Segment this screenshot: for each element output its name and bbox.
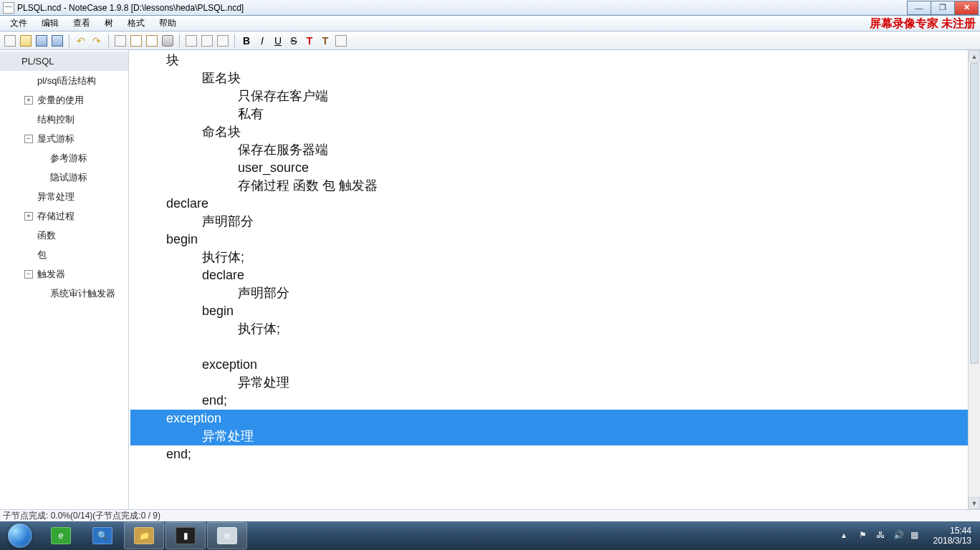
tree-item[interactable]: +存储过程 xyxy=(0,206,128,226)
tree-item-label: 触发器 xyxy=(37,268,65,281)
menu-3[interactable]: 树 xyxy=(97,16,120,31)
volume-icon[interactable]: 🔊 xyxy=(893,530,905,541)
save-icon[interactable] xyxy=(34,34,49,48)
tree-item[interactable]: −显式游标 xyxy=(0,129,128,148)
editor-line[interactable] xyxy=(130,338,979,356)
expand-icon[interactable]: + xyxy=(24,212,33,221)
menu-4[interactable]: 格式 xyxy=(120,16,152,31)
collapse-icon[interactable]: − xyxy=(24,270,33,279)
editor-line[interactable]: begin xyxy=(130,231,979,249)
scroll-up-icon[interactable]: ▲ xyxy=(969,50,980,62)
editor-line[interactable]: user_source xyxy=(130,159,979,177)
menu-1[interactable]: 编辑 xyxy=(34,16,66,31)
copy-icon[interactable] xyxy=(129,34,143,48)
delete-icon[interactable] xyxy=(160,34,175,48)
editor-line[interactable]: 存储过程 函数 包 触发器 xyxy=(130,177,979,195)
tree-item-label: 参考游标 xyxy=(50,152,87,165)
editor-pane[interactable]: 块 匿名块 只保存在客户端 私有 命名块 保存在服务器端 user_source xyxy=(129,50,980,509)
workspace: PL/SQLpl/sql语法结构+变量的使用结构控制−显式游标参考游标隐试游标异… xyxy=(0,50,980,509)
editor-line[interactable]: 只保存在客户端 xyxy=(130,87,979,105)
image-icon[interactable] xyxy=(200,34,214,48)
taskbar-app[interactable]: ▮ xyxy=(165,522,206,549)
network-icon[interactable]: 🖧 xyxy=(876,530,888,541)
collapse-icon[interactable]: − xyxy=(24,135,33,143)
minimize-button[interactable]: — xyxy=(907,1,931,15)
tree-item[interactable]: 结构控制 xyxy=(0,110,128,129)
editor-line[interactable]: 执行体; xyxy=(130,320,979,338)
tree-item[interactable]: 系统审计触发器 xyxy=(0,284,128,303)
tray-chevron-icon[interactable]: ▴ xyxy=(842,530,853,541)
tree-item[interactable]: 参考游标 xyxy=(0,148,128,168)
ime-icon[interactable]: ▦ xyxy=(911,530,922,541)
link-icon[interactable] xyxy=(184,34,198,48)
menu-2[interactable]: 查看 xyxy=(66,16,97,31)
editor-line[interactable]: exception xyxy=(130,356,979,374)
bold-icon[interactable]: B xyxy=(239,34,254,48)
editor-line[interactable]: 命名块 xyxy=(130,123,979,141)
editor-line[interactable]: 声明部分 xyxy=(130,284,979,302)
attach-icon[interactable] xyxy=(216,34,230,48)
editor-line[interactable]: end; xyxy=(130,445,979,463)
app-icon xyxy=(3,2,14,14)
paste-icon[interactable] xyxy=(145,34,159,48)
watermark-text: 屏幕录像专家 未注册 xyxy=(870,16,976,32)
start-button[interactable] xyxy=(1,522,39,549)
scroll-thumb[interactable] xyxy=(970,63,979,364)
flag-icon[interactable]: ⚑ xyxy=(859,530,870,541)
editor-vscrollbar[interactable]: ▲ ▼ xyxy=(968,50,980,509)
text-color-icon[interactable]: T xyxy=(302,34,317,48)
tree-item[interactable]: PL/SQL xyxy=(0,52,128,71)
taskbar-app[interactable]: e xyxy=(41,522,81,549)
tree-item[interactable]: +变量的使用 xyxy=(0,90,128,110)
tree-item[interactable]: 异常处理 xyxy=(0,187,128,206)
toolbar-separator xyxy=(234,34,235,47)
tree-item-label: 函数 xyxy=(37,229,56,242)
tree-panel[interactable]: PL/SQLpl/sql语法结构+变量的使用结构控制−显式游标参考游标隐试游标异… xyxy=(0,50,129,509)
editor-line[interactable]: 保存在服务器端 xyxy=(130,141,979,159)
taskbar-app[interactable]: 📁 xyxy=(124,522,164,549)
strike-icon[interactable]: S xyxy=(287,34,301,48)
tree-item[interactable]: 包 xyxy=(0,245,128,264)
editor-line[interactable]: 异常处理 xyxy=(130,428,979,445)
editor-line[interactable]: 匿名块 xyxy=(130,69,979,87)
options-icon[interactable] xyxy=(334,34,348,48)
status-text: 子节点完成: 0.0%(0/14)(子节点完成:0 / 9) xyxy=(3,510,160,522)
taskbar-app[interactable]: 🔍 xyxy=(82,522,123,549)
close-button[interactable]: ✕ xyxy=(954,1,979,15)
toolbar: ↶↷BIUSTT xyxy=(0,32,980,50)
expand-icon[interactable]: + xyxy=(24,96,33,105)
tree-item[interactable]: 函数 xyxy=(0,226,128,245)
editor-line[interactable]: begin xyxy=(130,302,979,320)
editor-line[interactable]: 块 xyxy=(130,52,979,69)
taskbar-clock[interactable]: 15:44 2018/3/13 xyxy=(928,526,977,546)
redo-icon[interactable]: ↷ xyxy=(90,34,104,48)
save-as-icon[interactable] xyxy=(50,34,64,48)
open-folder-icon[interactable] xyxy=(19,34,33,48)
tree-item[interactable]: 隐试游标 xyxy=(0,168,128,187)
text-bg-icon[interactable]: T xyxy=(318,34,332,48)
editor-line[interactable]: 声明部分 xyxy=(130,213,979,231)
maximize-button[interactable]: ❐ xyxy=(931,1,955,15)
tree-spacer-icon xyxy=(37,173,46,182)
italic-icon[interactable]: I xyxy=(255,34,269,48)
tree-item-label: PL/SQL xyxy=(21,56,54,67)
underline-icon[interactable]: U xyxy=(271,34,285,48)
menu-0[interactable]: 文件 xyxy=(3,16,34,31)
taskbar-app[interactable]: ≣ xyxy=(207,522,247,549)
editor-line[interactable]: exception xyxy=(130,410,979,428)
tree-item-label: 显式游标 xyxy=(37,132,75,145)
tree-item[interactable]: pl/sql语法结构 xyxy=(0,71,128,90)
undo-icon[interactable]: ↶ xyxy=(74,34,88,48)
ie-icon: e xyxy=(51,527,71,544)
new-file-icon[interactable] xyxy=(3,34,17,48)
menu-5[interactable]: 帮助 xyxy=(152,16,183,31)
editor-line[interactable]: declare xyxy=(130,195,979,213)
tree-item[interactable]: −触发器 xyxy=(0,264,128,284)
editor-line[interactable]: declare xyxy=(130,266,979,284)
scroll-down-icon[interactable]: ▼ xyxy=(969,497,980,509)
editor-line[interactable]: 私有 xyxy=(130,105,979,123)
cut-icon[interactable] xyxy=(113,34,128,48)
editor-line[interactable]: 异常处理 xyxy=(130,374,979,392)
editor-line[interactable]: 执行体; xyxy=(130,249,979,266)
editor-line[interactable]: end; xyxy=(130,392,979,410)
